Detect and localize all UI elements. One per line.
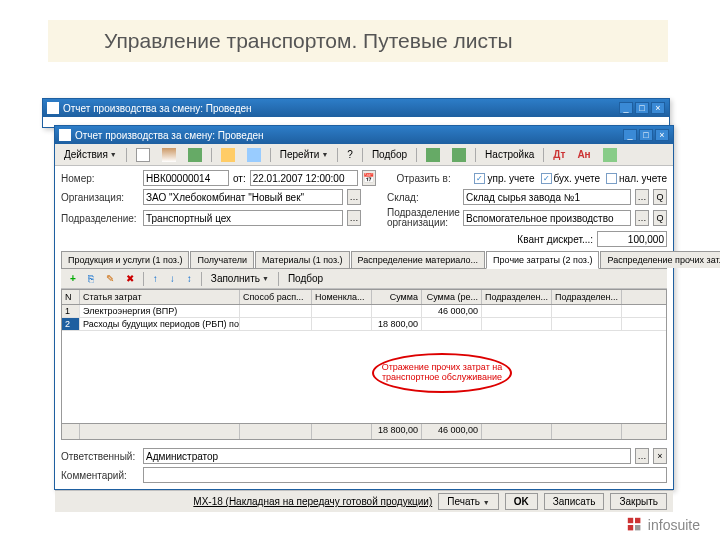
podr-select-button[interactable]: …: [347, 210, 361, 226]
col-sposob[interactable]: Способ расп...: [240, 290, 312, 304]
podbor-grid-button[interactable]: Подбор: [283, 271, 328, 287]
col-sumre[interactable]: Сумма (ре...: [422, 290, 482, 304]
tab-otherdist[interactable]: Распределение прочих зат...: [600, 251, 720, 268]
form-area: Номер: от: 📅 Отразить в: ✓упр. учете ✓бу…: [55, 166, 673, 444]
num-input[interactable]: [143, 170, 229, 186]
titlebar[interactable]: Отчет производства за смену: Проведен _ …: [55, 126, 673, 144]
minimize-button[interactable]: _: [619, 102, 633, 114]
fill-menu[interactable]: Заполнить▼: [206, 271, 274, 287]
col-stat[interactable]: Статья затрат: [80, 290, 240, 304]
tb-icon-6[interactable]: [421, 147, 445, 163]
col-pod1[interactable]: Подразделен...: [482, 290, 552, 304]
ok-button[interactable]: OK: [505, 493, 538, 510]
grid-sort-icon[interactable]: ↕: [182, 271, 197, 287]
svg-rect-0: [628, 518, 633, 523]
otrazit-label: Отразить в:: [396, 173, 468, 184]
tb-icon-dt[interactable]: Дт: [548, 147, 570, 163]
tb-icon-2[interactable]: [157, 147, 181, 163]
close-button[interactable]: ×: [651, 102, 665, 114]
tab-othercosts[interactable]: Прочие затраты (2 поз.): [486, 251, 599, 269]
tab-materials[interactable]: Материалы (1 поз.): [255, 251, 350, 268]
resp-input[interactable]: [143, 448, 631, 464]
tabs: Продукция и услуги (1 поз.) Получатели М…: [61, 251, 667, 269]
komm-input[interactable]: [143, 467, 667, 483]
tb-icon-7[interactable]: [447, 147, 471, 163]
tb-icon-1[interactable]: [131, 147, 155, 163]
print-button[interactable]: Печать ▼: [438, 493, 498, 510]
save-button[interactable]: Записать: [544, 493, 605, 510]
bottom-bar: МХ-18 (Накладная на передачу готовой про…: [55, 490, 673, 512]
date-picker-button[interactable]: 📅: [362, 170, 376, 186]
settings-button[interactable]: Настройка: [480, 147, 539, 163]
window-title: Отчет производства за смену: Проведен: [75, 130, 264, 141]
grid-copy-icon[interactable]: ⎘: [83, 271, 99, 287]
grid-body[interactable]: 1 Электроэнергия (ВПР) 46 000,00 2 Расхо…: [62, 305, 666, 423]
col-n[interactable]: N: [62, 290, 80, 304]
maximize-button[interactable]: □: [635, 102, 649, 114]
chk-bux[interactable]: ✓бух. учете: [541, 173, 601, 184]
annotation-callout: Отражение прочих затрат на транспортное …: [372, 353, 512, 393]
window-background: Отчет производства за смену: Проведен _ …: [42, 98, 670, 128]
svg-rect-2: [628, 525, 633, 530]
actions-menu[interactable]: Действия▼: [59, 147, 122, 163]
close-button[interactable]: ×: [655, 129, 669, 141]
resp-label: Ответственный:: [61, 451, 139, 462]
col-sum[interactable]: Сумма: [372, 290, 422, 304]
tb-icon-3[interactable]: [183, 147, 207, 163]
grid: N Статья затрат Способ расп... Номенкла.…: [61, 289, 667, 440]
resp-select-button[interactable]: …: [635, 448, 649, 464]
tab-recipients[interactable]: Получатели: [190, 251, 254, 268]
minimize-button[interactable]: _: [623, 129, 637, 141]
sklad-input[interactable]: [463, 189, 631, 205]
grid-edit-icon[interactable]: ✎: [101, 271, 119, 287]
grid-footer: 18 800,00 46 000,00: [62, 423, 666, 439]
podrorg-label: Подразделение организации:: [387, 208, 459, 228]
mx18-link[interactable]: МХ-18 (Накладная на передачу готовой про…: [193, 496, 432, 507]
sklad-open-button[interactable]: Q: [653, 189, 667, 205]
chk-nal[interactable]: нал. учете: [606, 173, 667, 184]
help-button[interactable]: ?: [342, 147, 358, 163]
doc-icon: [59, 129, 71, 141]
grid-up-icon[interactable]: ↑: [148, 271, 163, 287]
grid-del-icon[interactable]: ✖: [121, 271, 139, 287]
chk-upr[interactable]: ✓упр. учете: [474, 173, 534, 184]
date-input[interactable]: [250, 170, 358, 186]
logo-icon: [626, 516, 644, 534]
podrorg-open-button[interactable]: Q: [653, 210, 667, 226]
podrorg-input[interactable]: [463, 210, 631, 226]
svg-rect-1: [635, 518, 640, 523]
close-form-button[interactable]: Закрыть: [610, 493, 667, 510]
podr-label: Подразделение:: [61, 213, 139, 224]
podbor-button[interactable]: Подбор: [367, 147, 412, 163]
tab-matdist[interactable]: Распределение материало...: [351, 251, 486, 268]
tab-products[interactable]: Продукция и услуги (1 поз.): [61, 251, 189, 268]
col-nomen[interactable]: Номенкла...: [312, 290, 372, 304]
svg-rect-3: [635, 525, 640, 530]
tb-icon-tr[interactable]: [598, 147, 622, 163]
ot-label: от:: [233, 173, 246, 184]
doc-icon: [47, 102, 59, 114]
tb-icon-an[interactable]: Ан: [572, 147, 595, 163]
grid-toolbar: + ⎘ ✎ ✖ ↑ ↓ ↕ Заполнить▼ Подбор: [61, 269, 667, 289]
window-main: Отчет производства за смену: Проведен _ …: [54, 125, 674, 490]
podr-input[interactable]: [143, 210, 343, 226]
maximize-button[interactable]: □: [639, 129, 653, 141]
grid-row[interactable]: 1 Электроэнергия (ВПР) 46 000,00: [62, 305, 666, 318]
tb-icon-5[interactable]: [242, 147, 266, 163]
resp-clear-button[interactable]: ×: [653, 448, 667, 464]
kvant-input[interactable]: [597, 231, 667, 247]
grid-add-icon[interactable]: +: [65, 271, 81, 287]
col-pod2[interactable]: Подразделен...: [552, 290, 622, 304]
sklad-select-button[interactable]: …: [635, 189, 649, 205]
org-label: Организация:: [61, 192, 139, 203]
org-input[interactable]: [143, 189, 343, 205]
komm-label: Комментарий:: [61, 470, 139, 481]
org-select-button[interactable]: …: [347, 189, 361, 205]
num-label: Номер:: [61, 173, 139, 184]
podrorg-select-button[interactable]: …: [635, 210, 649, 226]
tb-icon-4[interactable]: [216, 147, 240, 163]
titlebar-back: Отчет производства за смену: Проведен _ …: [43, 99, 669, 117]
grid-row[interactable]: 2 Расходы будущих периодов (РБП) по стра…: [62, 318, 666, 331]
grid-down-icon[interactable]: ↓: [165, 271, 180, 287]
goto-menu[interactable]: Перейти▼: [275, 147, 334, 163]
